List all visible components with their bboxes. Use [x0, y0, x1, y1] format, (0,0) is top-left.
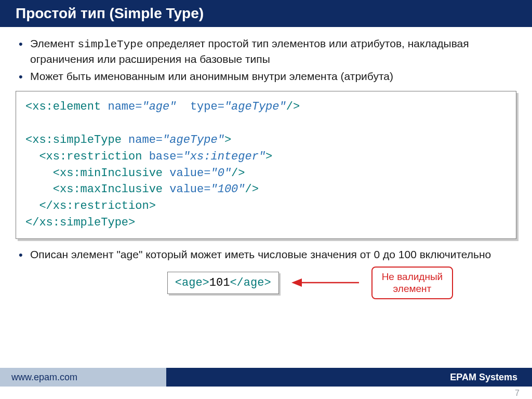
t: xs:minInclusive — [60, 167, 163, 180]
example-row: <age>101</age> Не валидный элемент — [16, 267, 516, 300]
invalid-callout: Не валидный элемент — [371, 267, 454, 300]
t: "ageType" — [224, 100, 286, 113]
t: xs:element — [32, 100, 101, 113]
age-val: 101 — [209, 276, 230, 289]
age-example-wrap: <age>101</age> — [167, 272, 279, 294]
svg-marker-1 — [291, 278, 302, 287]
t — [25, 167, 53, 180]
code-block: <xs:element name="age" type="ageType"/> … — [16, 91, 516, 239]
callout-line-1: Не валидный — [382, 271, 443, 283]
bullet-1-code: simpleType — [78, 38, 143, 50]
footer-brand: EPAM Systems — [166, 368, 532, 387]
t — [163, 183, 169, 196]
t — [25, 183, 53, 196]
t: > — [149, 200, 156, 212]
bullet-list-2: Описан элемент "age" который может иметь… — [16, 247, 516, 262]
page-number: 7 — [515, 389, 520, 398]
t: "age" — [142, 100, 176, 113]
callout-line-2: элемент — [382, 283, 443, 295]
t — [122, 134, 128, 147]
t: "xs:integer" — [183, 150, 265, 163]
bullet-3: Описан элемент "age" который может иметь… — [16, 247, 516, 262]
t — [25, 150, 39, 163]
t: > — [224, 134, 231, 147]
t: type= — [190, 100, 224, 113]
bullet-2: Может быть именованным или анонимным вну… — [16, 69, 516, 84]
t: "ageType" — [163, 134, 224, 147]
footer-url: www.epam.com — [0, 368, 166, 387]
arrow-left-icon — [291, 276, 359, 289]
t: xs:restriction — [53, 200, 149, 212]
t: > — [265, 150, 272, 163]
t: < — [53, 167, 60, 180]
t: name= — [128, 134, 163, 147]
t: xs:restriction — [46, 150, 142, 163]
slide-title: Простой тип (Simple Type) — [0, 0, 532, 27]
t: name= — [108, 100, 142, 113]
t: base= — [149, 150, 183, 163]
t: </ — [39, 200, 52, 212]
t: value= — [169, 167, 210, 180]
code-box: <xs:element name="age" type="ageType"/> … — [16, 91, 516, 239]
t — [142, 150, 149, 163]
bullet-1-prefix: Элемент — [30, 37, 78, 49]
t: /> — [231, 167, 245, 180]
t — [101, 100, 108, 113]
t: < — [25, 100, 32, 113]
t: value= — [169, 183, 210, 196]
age-close: </age> — [230, 276, 271, 289]
t: < — [39, 150, 46, 163]
age-open: <age> — [175, 276, 209, 289]
t: > — [128, 216, 135, 229]
t: xs:maxInclusive — [60, 183, 163, 196]
t: < — [53, 183, 60, 196]
age-example: <age>101</age> — [167, 272, 279, 294]
t: "0" — [210, 167, 231, 180]
bullet-list: Элемент simpleType определяет простой ти… — [16, 36, 516, 84]
t: < — [25, 134, 32, 147]
t: </ — [25, 216, 39, 229]
t: "100" — [210, 183, 245, 196]
t: xs:simpleType — [32, 134, 122, 147]
t — [163, 167, 169, 180]
bullet-1: Элемент simpleType определяет простой ти… — [16, 36, 516, 67]
t — [176, 100, 190, 113]
t: /> — [245, 183, 259, 196]
slide-content: Элемент simpleType определяет простой ти… — [0, 27, 532, 304]
footer: www.epam.com EPAM Systems — [0, 368, 532, 387]
t: xs:simpleType — [39, 216, 128, 229]
t — [25, 200, 39, 212]
t: /> — [286, 100, 300, 113]
